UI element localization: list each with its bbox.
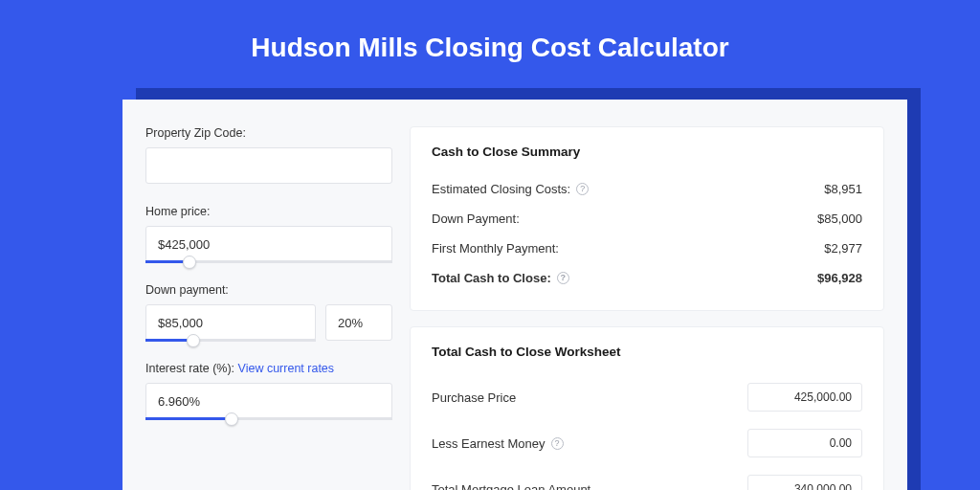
- ws-input-purchase-price[interactable]: [747, 383, 862, 412]
- ws-label: Total Mortgage Loan Amount: [432, 482, 590, 491]
- label-text: Purchase Price: [432, 390, 516, 405]
- ws-input-earnest-money[interactable]: [747, 429, 862, 457]
- page-title: Hudson Mills Closing Cost Calculator: [0, 0, 980, 63]
- interest-label-text: Interest rate (%):: [145, 362, 238, 375]
- summary-value: $96,928: [817, 271, 862, 285]
- ws-label: Purchase Price: [432, 390, 516, 405]
- summary-row-closing-costs: Estimated Closing Costs: ? $8,951: [432, 174, 862, 204]
- label-text: First Monthly Payment:: [432, 241, 559, 256]
- help-icon[interactable]: ?: [557, 272, 569, 284]
- summary-row-down-payment: Down Payment: $85,000: [432, 204, 862, 234]
- label-text: Total Mortgage Loan Amount: [432, 482, 590, 491]
- summary-card: Cash to Close Summary Estimated Closing …: [410, 126, 884, 311]
- interest-input[interactable]: [145, 383, 392, 419]
- calculator-stage: Property Zip Code: Home price: Down paym…: [122, 92, 907, 490]
- zip-group: Property Zip Code:: [145, 126, 392, 184]
- zip-label: Property Zip Code:: [145, 126, 392, 140]
- summary-label: First Monthly Payment:: [432, 241, 559, 256]
- input-column: Property Zip Code: Home price: Down paym…: [145, 126, 392, 490]
- slider-thumb[interactable]: [187, 334, 200, 347]
- worksheet-row-mortgage-amount: Total Mortgage Loan Amount: [432, 466, 862, 490]
- home-price-label: Home price:: [145, 205, 392, 218]
- home-price-slider[interactable]: [145, 226, 392, 262]
- worksheet-title: Total Cash to Close Worksheet: [432, 345, 862, 359]
- down-payment-pct-input[interactable]: [325, 304, 392, 341]
- summary-value: $85,000: [817, 212, 862, 226]
- view-rates-link[interactable]: View current rates: [238, 362, 335, 375]
- summary-title: Cash to Close Summary: [432, 145, 862, 159]
- summary-row-total: Total Cash to Close: ? $96,928: [432, 263, 862, 293]
- interest-group: Interest rate (%): View current rates: [145, 362, 392, 419]
- slider-thumb[interactable]: [225, 412, 238, 426]
- summary-value: $2,977: [824, 241, 862, 256]
- worksheet-row-purchase-price: Purchase Price: [432, 374, 862, 420]
- slider-thumb[interactable]: [183, 256, 196, 269]
- down-payment-label: Down payment:: [145, 283, 392, 297]
- results-column: Cash to Close Summary Estimated Closing …: [410, 126, 884, 490]
- zip-input[interactable]: [145, 147, 392, 184]
- summary-value: $8,951: [824, 182, 862, 196]
- slider-fill: [145, 417, 232, 420]
- down-payment-slider[interactable]: [145, 304, 316, 341]
- summary-label: Total Cash to Close: ?: [432, 271, 569, 285]
- down-payment-group: Down payment:: [145, 283, 392, 341]
- label-text: Less Earnest Money: [432, 436, 546, 451]
- worksheet-row-earnest-money: Less Earnest Money ?: [432, 420, 862, 466]
- down-payment-row: [145, 304, 392, 341]
- worksheet-card: Total Cash to Close Worksheet Purchase P…: [410, 326, 884, 490]
- home-price-group: Home price:: [145, 205, 392, 262]
- help-icon[interactable]: ?: [576, 183, 589, 195]
- label-text: Total Cash to Close:: [432, 271, 551, 285]
- interest-label: Interest rate (%): View current rates: [145, 362, 392, 375]
- home-price-input[interactable]: [145, 226, 392, 262]
- summary-label: Estimated Closing Costs: ?: [432, 182, 589, 196]
- label-text: Estimated Closing Costs:: [432, 182, 570, 196]
- help-icon[interactable]: ?: [551, 437, 564, 450]
- content-row: Property Zip Code: Home price: Down paym…: [122, 100, 907, 490]
- calculator-panel: Property Zip Code: Home price: Down paym…: [122, 100, 907, 490]
- summary-label: Down Payment:: [432, 212, 520, 226]
- ws-input-mortgage-amount[interactable]: [747, 475, 862, 490]
- down-payment-input[interactable]: [145, 304, 316, 341]
- summary-row-first-payment: First Monthly Payment: $2,977: [432, 234, 862, 263]
- ws-label: Less Earnest Money ?: [432, 436, 564, 451]
- label-text: Down Payment:: [432, 212, 520, 226]
- interest-slider[interactable]: [145, 383, 392, 419]
